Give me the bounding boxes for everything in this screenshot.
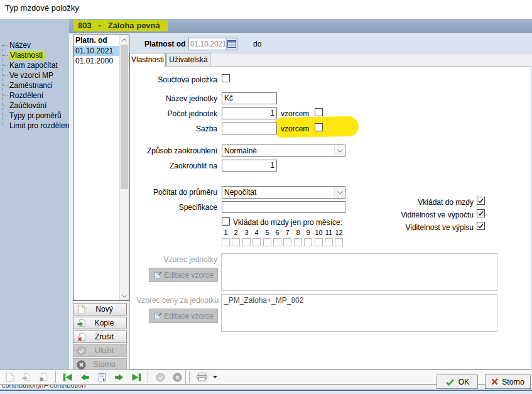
ok-check-icon bbox=[445, 378, 455, 386]
scrollbar-thumb[interactable] bbox=[121, 45, 128, 189]
sidebar-item-ve-vzorci-mp[interactable]: Ve vzorci MP bbox=[3, 70, 69, 80]
tab-uzivatelska[interactable]: Uživatelská bbox=[166, 53, 210, 66]
tab-vlastnosti[interactable]: Vlastnosti bbox=[129, 53, 166, 67]
cancel-circle-icon bbox=[75, 360, 87, 369]
insert-to-wage-label: Vkládat do mzdy bbox=[337, 198, 474, 207]
first-record-button[interactable] bbox=[60, 371, 75, 383]
rounding-method-value: Normálně bbox=[222, 145, 334, 156]
unit-name-field[interactable]: Kč bbox=[222, 92, 277, 104]
visible-in-calculation-checkbox[interactable] bbox=[477, 209, 485, 217]
validity-to-label: do bbox=[253, 40, 261, 48]
sidebar-item-typy-pr-pomeru[interactable]: Typy pr.poměrů bbox=[3, 111, 69, 121]
edit-unit-formula-button: Editace vzorce bbox=[149, 268, 218, 282]
edit-price-formula-label: Editace vzorce bbox=[164, 312, 214, 320]
visible-in-report-checkbox[interactable] bbox=[477, 222, 485, 230]
scroll-up-icon[interactable] bbox=[120, 35, 129, 44]
window-title: Typ mzdové položky bbox=[5, 3, 79, 13]
calendar-button[interactable] bbox=[226, 38, 237, 50]
month-12-checkbox bbox=[335, 238, 343, 246]
previous-record-icon bbox=[80, 373, 90, 381]
unit-count-formula-checkbox[interactable] bbox=[315, 108, 323, 116]
save-button-label: Uložit bbox=[87, 346, 121, 355]
first-record-icon bbox=[63, 373, 73, 381]
validity-list-row[interactable]: 01.01.2000 bbox=[73, 56, 119, 66]
toolbar-separator bbox=[148, 371, 148, 383]
unit-name-label: Název jednotky bbox=[130, 94, 217, 103]
month-9-checkbox bbox=[304, 238, 312, 246]
delete-button[interactable]: Zrušit bbox=[73, 331, 127, 343]
sidebar-item-kam-zapocitat[interactable]: Kam započítat bbox=[3, 60, 69, 70]
month-number: 6 bbox=[273, 229, 281, 236]
ok-button[interactable]: OK bbox=[437, 375, 478, 389]
unit-count-field[interactable]: 1 bbox=[222, 107, 277, 119]
rate-label: Sazba bbox=[130, 124, 217, 133]
sidebar-item-vlastnosti[interactable]: Vlastnosti bbox=[3, 50, 69, 60]
average-select[interactable]: Nepočítat bbox=[222, 186, 345, 199]
sidebar-item-zamestnanci[interactable]: Zaměstnanci bbox=[3, 80, 69, 90]
months-only-checkbox[interactable] bbox=[222, 217, 230, 226]
new-button[interactable]: Nový bbox=[73, 303, 127, 315]
printer-icon bbox=[197, 373, 207, 381]
toolbar-cancel-button bbox=[170, 371, 185, 383]
edit-unit-formula-label: Editace vzorce bbox=[164, 271, 214, 280]
copy-icon bbox=[75, 319, 87, 327]
rate-formula-label: vzorcem bbox=[281, 124, 309, 133]
new-document-icon bbox=[75, 305, 87, 314]
insert-to-wage-checkbox[interactable] bbox=[477, 197, 485, 205]
copy-button[interactable]: Kopie bbox=[73, 317, 127, 329]
average-value: Nepočítat bbox=[222, 187, 334, 198]
print-dropdown-button[interactable] bbox=[211, 371, 219, 383]
browse-records-button[interactable] bbox=[94, 371, 109, 383]
month-5-checkbox bbox=[263, 238, 271, 246]
unit-formula-textarea bbox=[221, 253, 497, 291]
rounding-method-select[interactable]: Normálně bbox=[222, 145, 345, 157]
month-7-checkbox bbox=[283, 238, 291, 246]
sum-item-checkbox[interactable] bbox=[222, 74, 230, 82]
cancel-circle-icon bbox=[173, 373, 182, 382]
toolbar-save-button bbox=[153, 371, 168, 383]
month-6-checkbox bbox=[273, 238, 281, 246]
toolbar-delete-button bbox=[36, 371, 51, 383]
month-4-checkbox bbox=[252, 238, 261, 246]
edit-formula-icon bbox=[151, 312, 164, 320]
validity-from-field[interactable]: 01.10.2021 bbox=[188, 38, 237, 50]
validity-from-label: Platnost od bbox=[144, 40, 185, 48]
sidebar-item-zauctovani[interactable]: Zaúčtování bbox=[3, 101, 69, 111]
status-left-text: contribution)/IF contribution bbox=[2, 385, 85, 389]
next-record-button[interactable] bbox=[111, 371, 126, 383]
rounding-method-label: Způsob zaokrouhlení bbox=[130, 146, 217, 155]
previous-record-button[interactable] bbox=[77, 371, 92, 383]
payroll-item-type-window: Typ mzdové položky Název Vlastnosti Kam … bbox=[0, 0, 532, 394]
new-document-icon bbox=[6, 373, 14, 382]
validity-list-row[interactable]: 01.10.2021 bbox=[73, 46, 119, 56]
ok-button-label: OK bbox=[459, 378, 469, 386]
rate-formula-checkbox[interactable] bbox=[315, 123, 323, 131]
last-record-button[interactable] bbox=[128, 371, 143, 383]
save-button: Uložit bbox=[73, 344, 127, 357]
specification-field[interactable] bbox=[222, 201, 345, 213]
storno-button-label: Storno bbox=[502, 378, 524, 386]
month-number: 4 bbox=[252, 229, 261, 236]
cancel-edit-button-label: Storno bbox=[87, 360, 121, 369]
print-button[interactable] bbox=[194, 371, 209, 383]
storno-button[interactable]: Storno bbox=[485, 375, 531, 389]
visible-in-calculation-label: Viditelnost ve výpočtu bbox=[337, 211, 474, 219]
scroll-down-icon[interactable] bbox=[120, 292, 129, 300]
sidebar-tree: Název Vlastnosti Kam započítat Ve vzorci… bbox=[3, 40, 69, 131]
edit-price-formula-button: Editace vzorce bbox=[149, 309, 218, 323]
validity-from-value: 01.10.2021 bbox=[189, 38, 226, 50]
rate-field[interactable] bbox=[222, 123, 277, 134]
sidebar-item-rozdeleni[interactable]: Rozdělení bbox=[3, 90, 69, 101]
toolbar-divider bbox=[185, 370, 186, 384]
toolbar-separator bbox=[189, 371, 190, 383]
month-11-checkbox bbox=[325, 238, 333, 246]
sidebar-item-limit-pro-rozdeleni[interactable]: Limit pro rozdělení bbox=[3, 121, 69, 131]
sidebar-item-nazev[interactable]: Název bbox=[3, 40, 69, 50]
round-to-field[interactable]: 1 bbox=[222, 160, 277, 172]
month-2-checkbox bbox=[232, 238, 240, 246]
cancel-edit-button: Storno bbox=[73, 358, 127, 371]
delete-icon bbox=[75, 332, 87, 341]
visible-in-report-label: Viditelnost ve výpisu bbox=[337, 223, 474, 232]
month-number: 3 bbox=[242, 229, 251, 236]
round-to-label: Zaokrouhlit na bbox=[130, 161, 217, 170]
